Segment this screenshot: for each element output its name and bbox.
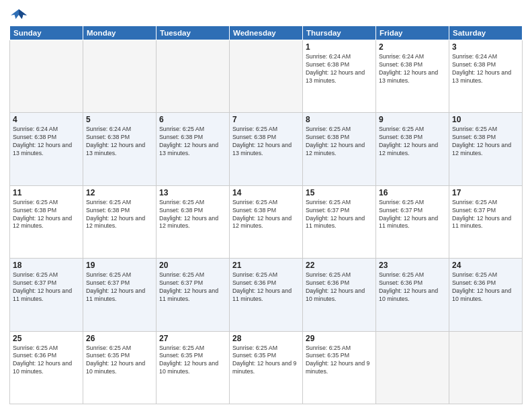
day-info: Sunrise: 6:25 AMSunset: 6:35 PMDaylight:… bbox=[232, 345, 300, 377]
day-number: 11 bbox=[13, 188, 80, 197]
calendar-week-row: 4Sunrise: 6:24 AMSunset: 6:38 PMDaylight… bbox=[10, 113, 523, 185]
day-info: Sunrise: 6:25 AMSunset: 6:37 PMDaylight:… bbox=[306, 199, 373, 231]
day-number: 1 bbox=[306, 42, 373, 52]
svg-marker-1 bbox=[19, 9, 27, 19]
table-row: 6Sunrise: 6:25 AMSunset: 6:38 PMDaylight… bbox=[157, 113, 230, 185]
day-number: 22 bbox=[306, 261, 373, 270]
day-number: 23 bbox=[379, 261, 446, 270]
day-number: 25 bbox=[13, 334, 80, 343]
table-row: 19Sunrise: 6:25 AMSunset: 6:37 PMDayligh… bbox=[83, 259, 157, 331]
day-info: Sunrise: 6:25 AMSunset: 6:37 PMDaylight:… bbox=[86, 271, 153, 304]
logo bbox=[9, 7, 31, 21]
day-number: 10 bbox=[452, 115, 519, 124]
day-number: 7 bbox=[232, 115, 300, 124]
table-row bbox=[376, 331, 449, 404]
day-info: Sunrise: 6:25 AMSunset: 6:36 PMDaylight:… bbox=[232, 271, 300, 304]
table-row: 23Sunrise: 6:25 AMSunset: 6:36 PMDayligh… bbox=[376, 259, 449, 331]
page: Sunday Monday Tuesday Wednesday Thursday… bbox=[0, 0, 532, 411]
table-row: 10Sunrise: 6:25 AMSunset: 6:38 PMDayligh… bbox=[449, 113, 523, 185]
day-number: 15 bbox=[306, 188, 373, 197]
calendar-header-row: Sunday Monday Tuesday Wednesday Thursday… bbox=[10, 26, 523, 40]
day-info: Sunrise: 6:25 AMSunset: 6:38 PMDaylight:… bbox=[306, 126, 373, 158]
day-info: Sunrise: 6:25 AMSunset: 6:38 PMDaylight:… bbox=[86, 199, 153, 231]
day-number: 20 bbox=[159, 261, 226, 270]
col-friday: Friday bbox=[376, 26, 449, 40]
col-monday: Monday bbox=[83, 26, 157, 40]
day-info: Sunrise: 6:24 AMSunset: 6:38 PMDaylight:… bbox=[306, 53, 373, 85]
day-info: Sunrise: 6:25 AMSunset: 6:36 PMDaylight:… bbox=[13, 345, 80, 377]
table-row: 7Sunrise: 6:25 AMSunset: 6:38 PMDaylight… bbox=[230, 113, 303, 185]
day-info: Sunrise: 6:24 AMSunset: 6:38 PMDaylight:… bbox=[13, 126, 80, 158]
table-row bbox=[83, 40, 157, 113]
day-number: 8 bbox=[306, 115, 373, 124]
day-number: 19 bbox=[86, 261, 153, 270]
day-number: 5 bbox=[86, 115, 153, 124]
day-info: Sunrise: 6:24 AMSunset: 6:38 PMDaylight:… bbox=[379, 53, 446, 85]
day-info: Sunrise: 6:24 AMSunset: 6:38 PMDaylight:… bbox=[452, 53, 519, 85]
table-row bbox=[10, 40, 83, 113]
day-number: 3 bbox=[452, 42, 519, 52]
col-saturday: Saturday bbox=[449, 26, 523, 40]
day-number: 24 bbox=[452, 261, 519, 270]
day-info: Sunrise: 6:25 AMSunset: 6:37 PMDaylight:… bbox=[13, 271, 80, 304]
day-info: Sunrise: 6:24 AMSunset: 6:38 PMDaylight:… bbox=[86, 126, 153, 158]
logo-bird-icon bbox=[9, 7, 28, 21]
table-row: 3Sunrise: 6:24 AMSunset: 6:38 PMDaylight… bbox=[449, 40, 523, 113]
day-info: Sunrise: 6:25 AMSunset: 6:35 PMDaylight:… bbox=[159, 345, 226, 377]
table-row: 15Sunrise: 6:25 AMSunset: 6:37 PMDayligh… bbox=[303, 185, 376, 258]
table-row bbox=[157, 40, 230, 113]
table-row: 8Sunrise: 6:25 AMSunset: 6:38 PMDaylight… bbox=[303, 113, 376, 185]
day-number: 6 bbox=[159, 115, 226, 124]
table-row: 26Sunrise: 6:25 AMSunset: 6:35 PMDayligh… bbox=[83, 331, 157, 404]
day-info: Sunrise: 6:25 AMSunset: 6:35 PMDaylight:… bbox=[86, 345, 153, 377]
day-number: 17 bbox=[452, 188, 519, 197]
table-row: 27Sunrise: 6:25 AMSunset: 6:35 PMDayligh… bbox=[157, 331, 230, 404]
table-row: 17Sunrise: 6:25 AMSunset: 6:37 PMDayligh… bbox=[449, 185, 523, 258]
day-number: 12 bbox=[86, 188, 153, 197]
table-row: 13Sunrise: 6:25 AMSunset: 6:38 PMDayligh… bbox=[157, 185, 230, 258]
day-info: Sunrise: 6:25 AMSunset: 6:38 PMDaylight:… bbox=[159, 126, 226, 158]
day-info: Sunrise: 6:25 AMSunset: 6:37 PMDaylight:… bbox=[379, 199, 446, 231]
day-info: Sunrise: 6:25 AMSunset: 6:38 PMDaylight:… bbox=[379, 126, 446, 158]
col-thursday: Thursday bbox=[303, 26, 376, 40]
col-tuesday: Tuesday bbox=[157, 26, 230, 40]
day-info: Sunrise: 6:25 AMSunset: 6:36 PMDaylight:… bbox=[379, 271, 446, 304]
day-info: Sunrise: 6:25 AMSunset: 6:38 PMDaylight:… bbox=[232, 126, 300, 158]
header bbox=[9, 7, 523, 21]
day-info: Sunrise: 6:25 AMSunset: 6:38 PMDaylight:… bbox=[452, 126, 519, 158]
day-info: Sunrise: 6:25 AMSunset: 6:38 PMDaylight:… bbox=[13, 199, 80, 231]
day-number: 27 bbox=[159, 334, 226, 343]
calendar-week-row: 25Sunrise: 6:25 AMSunset: 6:36 PMDayligh… bbox=[10, 331, 523, 404]
day-info: Sunrise: 6:25 AMSunset: 6:37 PMDaylight:… bbox=[452, 199, 519, 231]
day-number: 4 bbox=[13, 115, 80, 124]
col-wednesday: Wednesday bbox=[230, 26, 303, 40]
table-row: 2Sunrise: 6:24 AMSunset: 6:38 PMDaylight… bbox=[376, 40, 449, 113]
table-row: 22Sunrise: 6:25 AMSunset: 6:36 PMDayligh… bbox=[303, 259, 376, 331]
day-info: Sunrise: 6:25 AMSunset: 6:37 PMDaylight:… bbox=[159, 271, 226, 304]
day-number: 9 bbox=[379, 115, 446, 124]
table-row bbox=[230, 40, 303, 113]
calendar-week-row: 1Sunrise: 6:24 AMSunset: 6:38 PMDaylight… bbox=[10, 40, 523, 113]
day-number: 29 bbox=[306, 334, 373, 343]
day-number: 13 bbox=[159, 188, 226, 197]
day-number: 21 bbox=[232, 261, 300, 270]
day-info: Sunrise: 6:25 AMSunset: 6:38 PMDaylight:… bbox=[232, 199, 300, 231]
table-row: 1Sunrise: 6:24 AMSunset: 6:38 PMDaylight… bbox=[303, 40, 376, 113]
day-number: 2 bbox=[379, 42, 446, 52]
day-number: 16 bbox=[379, 188, 446, 197]
table-row: 25Sunrise: 6:25 AMSunset: 6:36 PMDayligh… bbox=[10, 331, 83, 404]
day-info: Sunrise: 6:25 AMSunset: 6:35 PMDaylight:… bbox=[306, 345, 373, 377]
table-row: 24Sunrise: 6:25 AMSunset: 6:36 PMDayligh… bbox=[449, 259, 523, 331]
table-row: 14Sunrise: 6:25 AMSunset: 6:38 PMDayligh… bbox=[230, 185, 303, 258]
calendar-week-row: 11Sunrise: 6:25 AMSunset: 6:38 PMDayligh… bbox=[10, 185, 523, 258]
day-number: 14 bbox=[232, 188, 300, 197]
day-number: 28 bbox=[232, 334, 300, 343]
day-info: Sunrise: 6:25 AMSunset: 6:36 PMDaylight:… bbox=[306, 271, 373, 304]
table-row: 18Sunrise: 6:25 AMSunset: 6:37 PMDayligh… bbox=[10, 259, 83, 331]
table-row: 11Sunrise: 6:25 AMSunset: 6:38 PMDayligh… bbox=[10, 185, 83, 258]
table-row: 29Sunrise: 6:25 AMSunset: 6:35 PMDayligh… bbox=[303, 331, 376, 404]
table-row: 12Sunrise: 6:25 AMSunset: 6:38 PMDayligh… bbox=[83, 185, 157, 258]
table-row: 16Sunrise: 6:25 AMSunset: 6:37 PMDayligh… bbox=[376, 185, 449, 258]
table-row: 20Sunrise: 6:25 AMSunset: 6:37 PMDayligh… bbox=[157, 259, 230, 331]
calendar-week-row: 18Sunrise: 6:25 AMSunset: 6:37 PMDayligh… bbox=[10, 259, 523, 331]
